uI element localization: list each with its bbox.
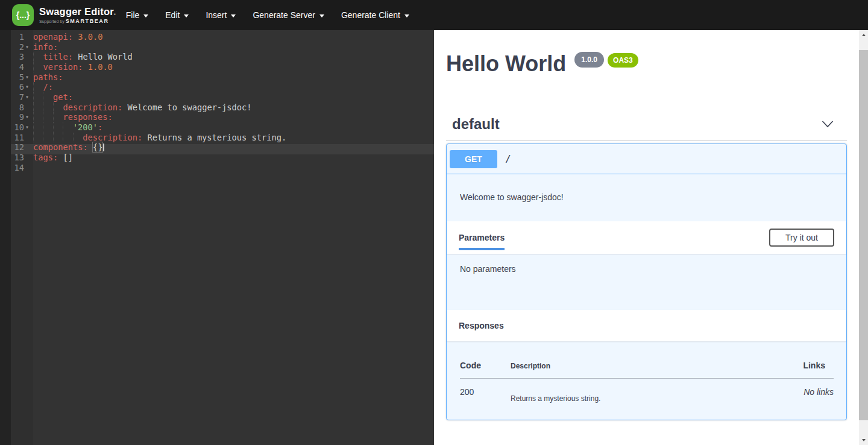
scrollbar-thumb[interactable] (859, 50, 868, 420)
menu-insert[interactable]: Insert (197, 0, 244, 30)
line-number: 2 (11, 42, 24, 52)
brand-text: Swagger Editor. Supported bySMARTBEAR (39, 6, 116, 24)
code-line-5: 5▾paths: (0, 72, 434, 83)
responses-table: Code Description Links 200Returns a myst… (460, 361, 834, 403)
responses-col-links: Links (747, 361, 834, 379)
scroll-up-icon (862, 34, 866, 36)
vertical-scrollbar[interactable] (859, 30, 868, 445)
api-title: Hello World (446, 53, 566, 75)
operation-summary[interactable]: GET / (447, 144, 846, 174)
code-editor[interactable]: 1openapi: 3.0.02▾info:3 title: Hello Wor… (0, 30, 434, 445)
code-line-14: 14 (0, 163, 434, 173)
scroll-down-button[interactable] (859, 435, 868, 445)
response-links: No links (747, 379, 834, 403)
caret-down-icon (184, 14, 189, 17)
operation-path: / (505, 153, 511, 165)
menu-edit[interactable]: Edit (157, 0, 197, 30)
menu-generate-server[interactable]: Generate Server (244, 0, 333, 30)
caret-down-icon (231, 14, 236, 17)
menu-file[interactable]: File (118, 0, 157, 30)
line-number: 13 (11, 153, 24, 163)
line-number: 9 (11, 112, 24, 122)
line-number: 7 (11, 92, 24, 103)
line-number: 5 (11, 72, 24, 83)
code-line-7: 7▾ get: (0, 92, 434, 103)
menu-generate-client[interactable]: Generate Client (333, 0, 418, 30)
tab-parameters[interactable]: Parameters (459, 233, 505, 242)
scroll-up-button[interactable] (859, 30, 868, 40)
code-line-8: 8 description: Welcome to swagger-jsdoc! (0, 103, 434, 113)
opblock-get: GET / Welcome to swagger-jsdoc! Paramete… (446, 144, 847, 420)
responses-col-code: Code (460, 361, 511, 379)
menu-label: Generate Client (341, 10, 400, 20)
fold-arrow-icon[interactable]: ▾ (25, 42, 29, 52)
code-line-2: 2▾info: (0, 42, 434, 52)
code-line-13: 13tags: [] (0, 153, 434, 163)
try-it-out-button[interactable]: Try it out (769, 229, 834, 247)
code-line-6: 6▾ /: (0, 82, 434, 92)
responses-table-body: 200Returns a mysterious string.No links (460, 379, 834, 403)
code-line-4: 4 version: 1.0.0 (0, 62, 434, 72)
editor-lines: 1openapi: 3.0.02▾info:3 title: Hello Wor… (0, 32, 434, 172)
response-row: 200Returns a mysterious string.No links (460, 379, 834, 403)
responses-col-description: Description (511, 361, 747, 379)
line-number: 8 (11, 103, 24, 113)
code-line-9: 9▾ responses: (0, 112, 434, 122)
caret-down-icon (319, 14, 324, 17)
line-number: 6 (11, 82, 24, 92)
response-description: Returns a mysterious string. (511, 379, 747, 403)
line-number: 12 (11, 142, 24, 153)
responses-body: Code Description Links 200Returns a myst… (447, 341, 846, 420)
text-cursor (103, 144, 104, 151)
scroll-down-icon (862, 439, 866, 441)
line-number: 14 (11, 163, 24, 173)
caret-down-icon (143, 14, 148, 17)
fold-arrow-icon[interactable]: ▾ (25, 82, 29, 92)
api-docs-pane: Hello World 1.0.0 OAS3 default GET / Wel… (434, 30, 859, 445)
caret-down-icon (404, 14, 409, 17)
responses-header: Responses (447, 310, 846, 341)
line-number: 11 (11, 133, 24, 143)
fold-arrow-icon[interactable]: ▾ (25, 112, 29, 122)
tag-name: default (452, 116, 500, 133)
responses-label: Responses (459, 321, 504, 330)
menu-label: Edit (165, 10, 180, 20)
operation-description: Welcome to swagger-jsdoc! (447, 174, 846, 221)
code-line-3: 3 title: Hello World (0, 52, 434, 62)
swagger-logo-icon: {...} (12, 4, 34, 26)
line-number: 3 (11, 52, 24, 62)
api-info-header: Hello World 1.0.0 OAS3 (446, 53, 847, 75)
code-line-10: 10▾ '200': (0, 122, 434, 133)
brand[interactable]: {...} Swagger Editor. Supported bySMARTB… (12, 4, 116, 26)
method-badge: GET (450, 150, 497, 168)
parameters-body: No parameters (447, 254, 846, 310)
no-parameters-text: No parameters (460, 264, 516, 274)
parameters-header: Parameters Try it out (447, 221, 846, 254)
version-badge: 1.0.0 (574, 52, 604, 68)
fold-arrow-icon[interactable]: ▾ (25, 92, 29, 102)
response-code: 200 (460, 379, 511, 403)
line-number: 10 (11, 122, 24, 133)
topbar-menu: FileEditInsertGenerate ServerGenerate Cl… (118, 0, 418, 30)
line-number: 1 (11, 32, 24, 42)
chevron-down-icon[interactable] (822, 120, 834, 128)
oas3-badge: OAS3 (608, 53, 638, 68)
fold-arrow-icon[interactable]: ▾ (25, 122, 29, 132)
brand-title: Swagger Editor. (39, 6, 116, 17)
code-line-12: 12components: {} (0, 142, 434, 153)
line-number: 4 (11, 62, 24, 72)
menu-label: Insert (206, 10, 227, 20)
fold-arrow-icon[interactable]: ▾ (25, 72, 29, 82)
code-line-11: 11 description: Returns a mysterious str… (0, 133, 434, 143)
menu-label: File (126, 10, 140, 20)
menu-label: Generate Server (253, 10, 315, 20)
brand-subtitle: Supported bySMARTBEAR (39, 18, 116, 24)
tag-section-header[interactable]: default (446, 115, 847, 140)
code-line-1: 1openapi: 3.0.0 (0, 32, 434, 42)
topbar: {...} Swagger Editor. Supported bySMARTB… (0, 0, 868, 30)
